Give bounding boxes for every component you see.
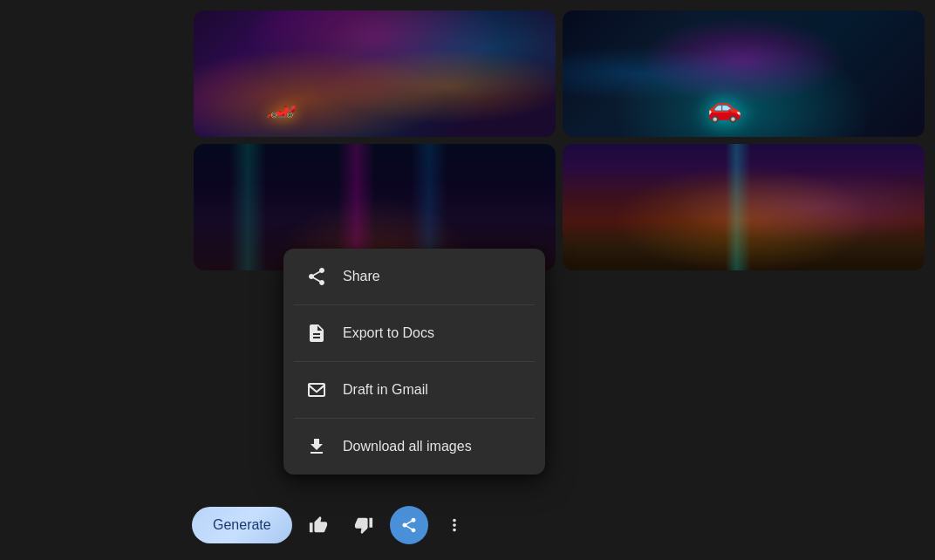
download-icon [304,434,329,459]
like-button[interactable] [299,506,338,544]
menu-item-draft-gmail[interactable]: Draft in Gmail [283,362,545,418]
generate-button[interactable]: Generate [192,507,292,543]
menu-draft-gmail-label: Draft in Gmail [343,382,428,398]
image-cars-city[interactable] [194,10,556,137]
menu-item-download-images[interactable]: Download all images [283,419,545,475]
dislike-button[interactable] [345,506,383,544]
menu-download-images-label: Download all images [343,439,472,454]
menu-item-export-docs[interactable]: Export to Docs [283,305,545,361]
image-city-sunset[interactable] [563,144,925,270]
share-button[interactable] [390,506,428,544]
docs-icon [304,321,329,345]
image-grid [183,0,935,281]
menu-item-share[interactable]: Share [283,249,545,304]
bottom-bar: Generate [0,490,935,560]
menu-share-label: Share [343,269,380,284]
gmail-icon [304,378,329,402]
image-car-teal[interactable] [563,10,925,137]
menu-export-docs-label: Export to Docs [343,325,434,341]
more-button[interactable] [435,506,474,544]
context-menu: Share Export to Docs Draft in Gmail Down… [283,249,545,475]
share-icon [304,264,329,289]
